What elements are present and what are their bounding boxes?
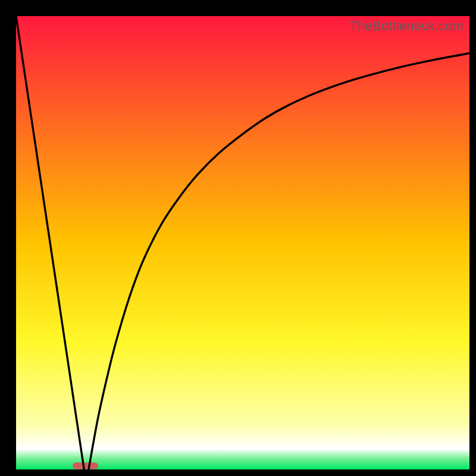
chart-frame: TheBottleneck.com [0, 0, 476, 476]
vertex-marker [73, 462, 98, 469]
plot-area: TheBottleneck.com [16, 16, 469, 469]
gradient-background [16, 16, 469, 469]
chart-svg [16, 16, 469, 469]
watermark-text: TheBottleneck.com [349, 18, 464, 34]
